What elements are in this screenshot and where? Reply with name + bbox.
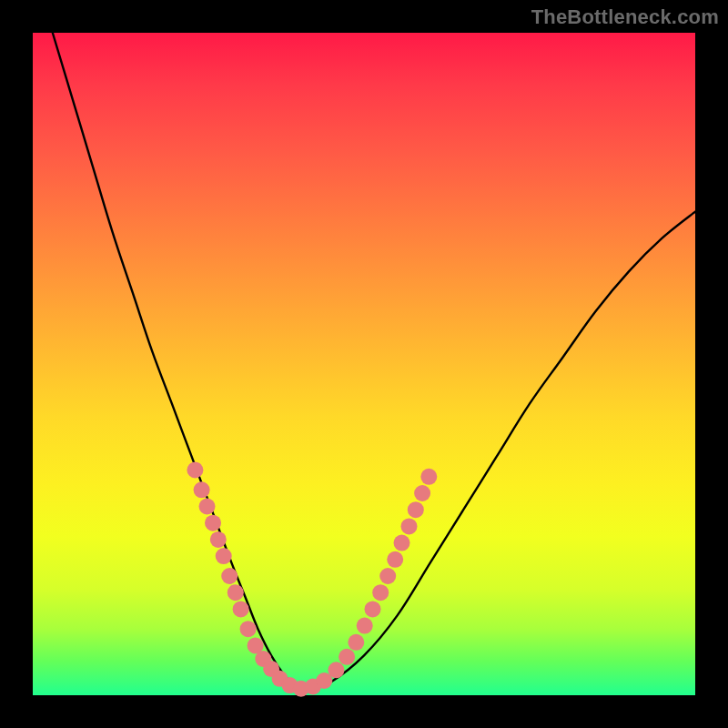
data-marker	[187, 462, 203, 479]
data-marker	[205, 515, 221, 531]
data-marker	[228, 584, 244, 601]
data-marker	[328, 662, 344, 678]
plot-area	[33, 33, 695, 695]
data-marker	[401, 518, 418, 534]
data-marker	[394, 535, 410, 551]
bottleneck-chart-svg	[33, 33, 695, 695]
data-marker	[221, 568, 238, 584]
data-marker	[216, 548, 232, 564]
data-marker	[408, 501, 424, 518]
data-marker	[348, 634, 364, 651]
data-marker	[240, 621, 257, 637]
data-marker	[379, 568, 396, 584]
chart-frame: TheBottleneck.com	[0, 0, 728, 728]
data-marker	[372, 584, 389, 601]
data-marker	[210, 531, 227, 548]
marker-group	[187, 462, 437, 697]
data-marker	[414, 485, 430, 501]
data-marker	[194, 481, 210, 498]
data-marker	[339, 649, 355, 665]
data-marker	[387, 551, 403, 568]
data-marker	[199, 499, 216, 515]
data-marker	[365, 601, 381, 617]
watermark-text: TheBottleneck.com	[531, 5, 719, 29]
data-marker	[420, 469, 437, 485]
data-marker	[233, 601, 249, 617]
data-marker	[357, 618, 373, 634]
